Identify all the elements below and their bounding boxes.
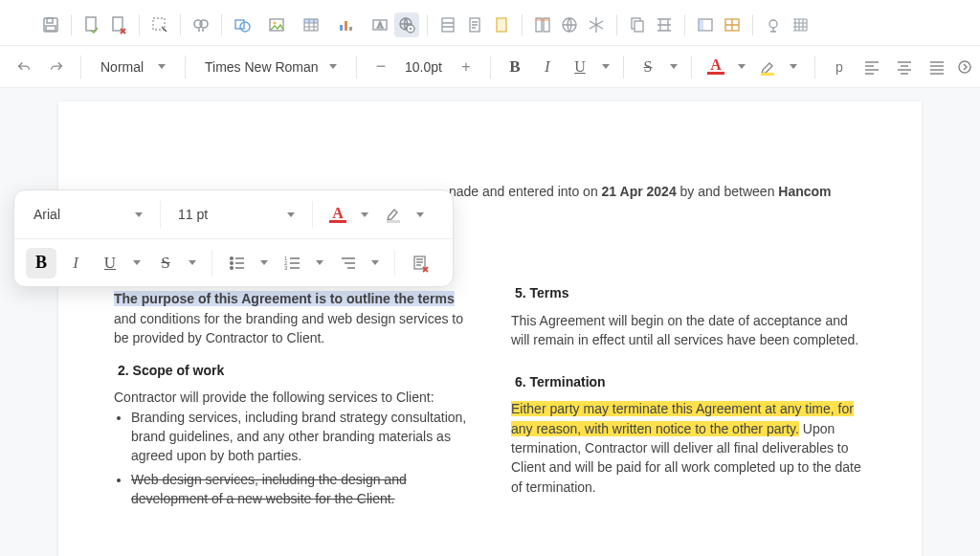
main-toolbar-row-1: A [0, 0, 980, 46]
undo-button[interactable] [10, 53, 38, 81]
floatbar-strike-label: S [161, 254, 169, 273]
floatbar-fontcolor-more[interactable] [355, 199, 374, 230]
underline-label: U [574, 58, 586, 76]
fontsize-text: 10.0pt [405, 59, 442, 75]
strike-button[interactable]: S [634, 53, 662, 81]
strike-more-button[interactable] [666, 53, 681, 81]
floatbar-numbered-more[interactable] [310, 248, 329, 278]
chevron-down-icon [670, 64, 678, 69]
highlight-button[interactable] [753, 53, 782, 81]
web-icon[interactable] [557, 12, 582, 37]
web-media-icon[interactable] [394, 12, 419, 37]
grid-toggle-icon[interactable] [720, 12, 745, 37]
floatbar-bullets-group [222, 248, 274, 278]
fontsize-decrease-button[interactable]: − [367, 53, 395, 81]
floatbar-numbered-button[interactable]: 123 [278, 248, 308, 278]
fontsize-value[interactable]: 10.0pt [399, 53, 448, 81]
floatbar-highlight-group [378, 199, 430, 230]
font-color-glyph: A [707, 58, 724, 75]
doc-delete-icon[interactable] [106, 12, 131, 37]
svg-rect-34 [761, 73, 774, 76]
svg-rect-2 [46, 26, 56, 31]
heading-termination: 6. Termination [515, 372, 866, 391]
reading-mode-icon[interactable] [761, 12, 786, 37]
document-page[interactable]: nade and entered into on 21 Apr 2024 by … [58, 101, 922, 556]
font-color-button[interactable]: A [702, 53, 730, 81]
chevron-down-icon [260, 260, 268, 265]
paragraph-button[interactable]: p [825, 53, 854, 81]
font-color-more-button[interactable] [734, 53, 749, 81]
columns-icon[interactable] [530, 12, 555, 37]
bold-label: B [509, 57, 520, 77]
floatbar-bullets-button[interactable] [222, 248, 253, 278]
page-icon[interactable] [462, 12, 487, 37]
floatbar-multilevel-more[interactable] [366, 248, 385, 278]
find-icon[interactable] [189, 12, 213, 37]
chevron-down-icon [371, 260, 379, 265]
svg-point-9 [240, 22, 250, 32]
style-dropdown[interactable]: Normal [91, 53, 175, 81]
floatbar-fontcolor-button[interactable]: A [323, 199, 353, 230]
image-icon[interactable] [264, 12, 289, 37]
floatbar-bullets-more[interactable] [255, 248, 274, 278]
table-icon[interactable] [299, 12, 323, 37]
italic-button[interactable]: I [533, 53, 562, 81]
floatbar-size-dropdown[interactable]: 11 pt [170, 199, 302, 230]
align-left-button[interactable] [858, 53, 886, 81]
panel-icon[interactable] [693, 12, 718, 37]
section-icon[interactable] [435, 12, 460, 37]
toolbar-more-button[interactable] [955, 53, 974, 81]
heading-scope: 2. Scope of work [118, 361, 469, 380]
intro-text-2: by and between [677, 184, 779, 199]
selected-text[interactable]: The purpose of this Agreement is to outl… [114, 291, 455, 306]
save-icon[interactable] [38, 12, 63, 37]
floatbar-underline-group: U [95, 248, 146, 278]
align-center-button[interactable] [890, 53, 919, 81]
highlight-more-button[interactable] [786, 53, 801, 81]
right-column: 5. Terms This Agreement will begin on th… [511, 228, 866, 512]
page-color-icon[interactable] [489, 12, 514, 37]
chevron-down-icon [416, 212, 424, 217]
bold-button[interactable]: B [501, 53, 529, 81]
font-dropdown[interactable]: Times New Roman [195, 53, 346, 81]
copy-icon[interactable] [625, 12, 650, 37]
purpose-rest: and conditions for the branding and web … [114, 311, 463, 345]
svg-rect-38 [387, 220, 400, 223]
fontsize-increase-button[interactable]: + [452, 53, 480, 81]
floatbar-multilevel-button[interactable] [333, 248, 364, 278]
floatbar-underline-more[interactable] [127, 248, 146, 278]
svg-rect-16 [349, 27, 352, 31]
floatbar-clear-format-button[interactable] [405, 248, 435, 278]
floatbar-font-dropdown[interactable]: Arial [26, 199, 150, 230]
snowflake-icon[interactable] [584, 12, 609, 37]
select-object-icon[interactable] [147, 12, 172, 37]
redo-button[interactable] [42, 53, 71, 81]
chart-icon[interactable] [333, 12, 358, 37]
floatbar-underline-button[interactable]: U [95, 248, 125, 278]
underline-button[interactable]: U [566, 53, 594, 81]
svg-point-37 [959, 61, 970, 73]
floating-format-toolbar[interactable]: Arial 11 pt A B I U S 123 [13, 189, 454, 287]
align-distribute-icon[interactable] [652, 12, 677, 37]
align-justify-button[interactable] [923, 53, 951, 81]
svg-rect-21 [442, 18, 454, 32]
termination-paragraph: Either party may terminate this Agreemen… [511, 399, 866, 496]
scope-lead: Contractor will provide the following se… [114, 388, 469, 407]
grid-icon[interactable] [788, 12, 813, 37]
svg-rect-13 [304, 19, 318, 23]
svg-point-11 [274, 21, 277, 24]
textbox-icon[interactable]: A [368, 12, 392, 37]
floatbar-italic-button[interactable]: I [60, 248, 91, 278]
chevron-down-icon [738, 64, 746, 69]
shape-icon[interactable] [230, 12, 255, 37]
floatbar-highlight-more[interactable] [411, 199, 430, 230]
floatbar-underline-label: U [104, 254, 116, 273]
floatbar-fontcolor-group: A [323, 199, 374, 230]
floatbar-strike-more[interactable] [183, 248, 202, 278]
floatbar-strike-button[interactable]: S [150, 248, 181, 278]
floatbar-bold-button[interactable]: B [26, 248, 56, 278]
doc-check-icon[interactable] [79, 12, 104, 37]
floatbar-highlight-button[interactable] [378, 199, 409, 230]
underline-more-button[interactable] [598, 53, 613, 81]
intro-text-1: nade and entered into on [449, 184, 602, 199]
